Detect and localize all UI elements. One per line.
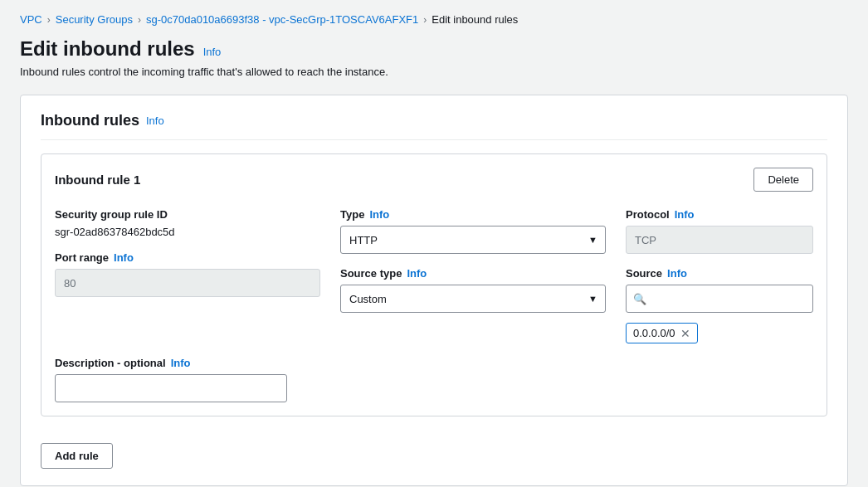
add-rule-button[interactable]: Add rule <box>41 443 113 469</box>
protocol-field: Protocol Info <box>626 208 813 254</box>
source-field: Source Info 🔍 0.0.0.0/0 ✕ <box>626 267 813 343</box>
security-group-rule-id-field: Security group rule ID sgr-02ad86378462b… <box>55 208 320 238</box>
description-input[interactable] <box>55 374 287 402</box>
port-range-input <box>55 269 320 297</box>
source-type-select[interactable]: Custom Anywhere-IPv4 Anywhere-IPv6 My IP <box>340 285 606 313</box>
breadcrumb-sep-2: › <box>138 14 141 26</box>
protocol-input <box>626 226 813 254</box>
source-tag-0000-label: 0.0.0.0/0 <box>633 327 675 339</box>
source-type-select-wrapper: Custom Anywhere-IPv4 Anywhere-IPv6 My IP… <box>340 285 606 313</box>
description-label: Description - optional Info <box>55 357 813 369</box>
source-tags-container: 0.0.0.0/0 ✕ <box>626 318 813 343</box>
breadcrumb-vpc-link[interactable]: VPC <box>20 13 42 26</box>
source-type-info-link[interactable]: Info <box>407 267 427 280</box>
breadcrumb-sg-link[interactable]: sg-0c70da010a6693f38 - vpc-SecGrp-1TOSCA… <box>146 13 418 26</box>
source-type-label: Source type Info <box>340 267 606 280</box>
security-group-rule-id-value: sgr-02ad86378462bdc5d <box>55 226 320 238</box>
type-select[interactable]: HTTP HTTPS SSH RDP Custom TCP Custom UDP… <box>340 226 606 254</box>
page-header: Edit inbound rules Info <box>20 37 848 61</box>
col-1: Security group rule ID sgr-02ad86378462b… <box>55 208 320 343</box>
source-type-field: Source type Info Custom Anywhere-IPv4 An… <box>340 267 606 313</box>
source-tag-0000: 0.0.0.0/0 ✕ <box>626 323 698 343</box>
type-info-link[interactable]: Info <box>369 208 389 221</box>
card-header: Inbound rules Info <box>41 112 827 140</box>
rule-header: Inbound rule 1 Delete <box>55 168 813 192</box>
source-search-icon: 🔍 <box>633 293 646 305</box>
source-tag-0000-remove[interactable]: ✕ <box>680 328 690 339</box>
type-label: Type Info <box>340 208 606 221</box>
breadcrumb: VPC › Security Groups › sg-0c70da010a669… <box>20 13 848 26</box>
inbound-rules-card: Inbound rules Info Inbound rule 1 Delete… <box>20 95 848 486</box>
protocol-info-link[interactable]: Info <box>675 208 695 221</box>
port-range-label: Port range Info <box>55 251 320 264</box>
rule-title: Inbound rule 1 <box>55 173 140 187</box>
breadcrumb-security-groups-link[interactable]: Security Groups <box>56 13 133 26</box>
source-search-wrapper: 🔍 <box>626 285 813 313</box>
breadcrumb-current: Edit inbound rules <box>432 13 518 26</box>
page-info-link[interactable]: Info <box>203 46 222 58</box>
delete-rule-button[interactable]: Delete <box>753 168 813 192</box>
source-search-input[interactable] <box>626 285 813 313</box>
card-info-link[interactable]: Info <box>146 114 164 127</box>
col-2: Type Info HTTP HTTPS SSH RDP Custom TCP … <box>340 208 606 343</box>
description-info-link[interactable]: Info <box>171 357 191 369</box>
port-range-info-link[interactable]: Info <box>114 251 134 264</box>
security-group-rule-id-label: Security group rule ID <box>55 208 320 221</box>
inbound-rule-1-section: Inbound rule 1 Delete Security group rul… <box>41 153 827 416</box>
source-label: Source Info <box>626 267 813 280</box>
fields-grid: Security group rule ID sgr-02ad86378462b… <box>55 208 813 343</box>
col-3: Protocol Info Source Info 🔍 <box>626 208 813 343</box>
protocol-label: Protocol Info <box>626 208 813 221</box>
port-range-field: Port range Info <box>55 251 320 297</box>
source-info-link[interactable]: Info <box>667 267 687 280</box>
breadcrumb-sep-3: › <box>423 14 427 26</box>
type-select-wrapper: HTTP HTTPS SSH RDP Custom TCP Custom UDP… <box>340 226 606 254</box>
type-field: Type Info HTTP HTTPS SSH RDP Custom TCP … <box>340 208 606 254</box>
description-field: Description - optional Info <box>55 357 813 402</box>
page-description: Inbound rules control the incoming traff… <box>20 66 848 78</box>
card-title: Inbound rules <box>41 112 139 129</box>
page-title: Edit inbound rules <box>20 37 195 61</box>
breadcrumb-sep-1: › <box>47 14 51 26</box>
